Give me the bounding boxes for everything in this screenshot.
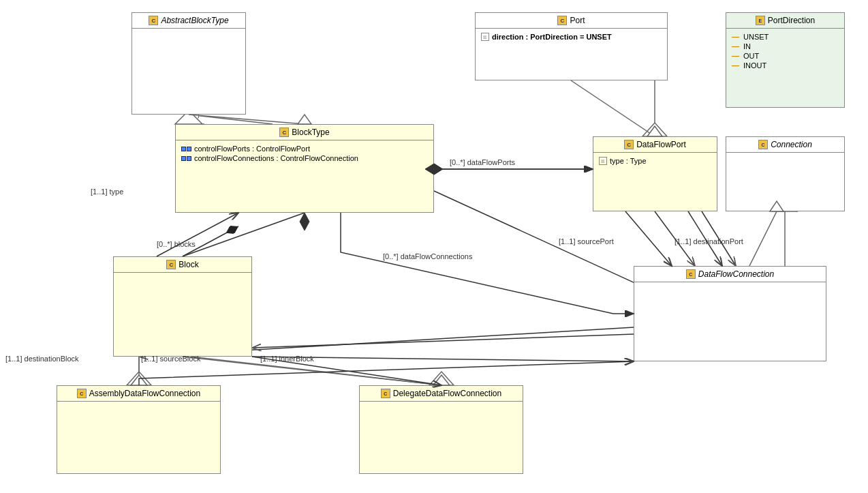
- port-direction-box: E PortDirection — UNSET — IN — OUT — INO…: [726, 12, 845, 108]
- abstract-block-type-header: C AbstractBlockType: [132, 13, 245, 29]
- svg-line-5: [189, 115, 273, 124]
- port-box: C Port ≡ direction : PortDirection = UNS…: [475, 12, 668, 80]
- svg-marker-8: [300, 213, 309, 230]
- abstract-block-type-body: [132, 29, 245, 42]
- label-data-flow-connections: [0..*] dataFlowConnections: [383, 252, 472, 260]
- class-icon-port: C: [557, 16, 567, 25]
- block-type-header: C BlockType: [176, 125, 433, 140]
- block-type-attr-1: controlFlowPorts : ControlFlowPort: [181, 145, 428, 153]
- class-icon-dfp: C: [624, 140, 634, 149]
- svg-marker-14: [642, 123, 667, 136]
- svg-marker-42: [433, 375, 450, 385]
- label-inner-block: [1..1] innerBlock: [260, 355, 314, 363]
- class-icon-conn: C: [758, 140, 768, 149]
- label-destination-block: [1..1] destinationBlock: [5, 355, 79, 363]
- connection-header: C Connection: [726, 137, 844, 153]
- block-box: C Block: [113, 256, 252, 357]
- attr-text-1: controlFlowPorts : ControlFlowPort: [194, 145, 310, 153]
- class-icon-ddfc: C: [381, 389, 390, 398]
- class-icon-adfc: C: [77, 389, 87, 398]
- svg-marker-18: [434, 164, 442, 175]
- svg-line-41: [191, 357, 441, 385]
- data-flow-connection-box: C DataFlowConnection: [634, 266, 826, 361]
- assembly-dfc-header: C AssemblyDataFlowConnection: [57, 386, 220, 402]
- delegate-dfc-box: C DelegateDataFlowConnection: [359, 385, 523, 474]
- port-name: Port: [570, 16, 585, 25]
- svg-marker-40: [131, 375, 147, 385]
- svg-line-43: [157, 213, 238, 256]
- port-body: ≡ direction : PortDirection = UNSET: [476, 29, 667, 45]
- class-icon-block: C: [166, 260, 176, 269]
- label-data-flow-ports: [0..*] dataFlowPorts: [450, 158, 515, 166]
- label-type: [1..1] type: [91, 188, 123, 196]
- port-attr-1: ≡ direction : PortDirection = UNSET: [481, 33, 662, 41]
- assembly-dfc-name: AssemblyDataFlowConnection: [89, 389, 200, 398]
- class-icon: C: [149, 16, 158, 25]
- diagram-container: C AbstractBlockType C BlockType controlF…: [0, 0, 868, 493]
- enum-inout: — INOUT: [732, 61, 839, 70]
- attr-text-2: controlFlowConnections : ControlFlowConn…: [194, 154, 358, 162]
- svg-marker-12: [429, 372, 454, 385]
- svg-line-31: [571, 80, 655, 136]
- block-type-name: BlockType: [292, 128, 329, 137]
- block-type-body: controlFlowPorts : ControlFlowPort contr…: [176, 140, 433, 166]
- enum-unset: — UNSET: [732, 33, 839, 41]
- assembly-dfc-body: [57, 402, 220, 415]
- data-flow-port-box: C DataFlowPort ≡ type : Type: [593, 136, 717, 211]
- svg-line-28: [189, 115, 305, 124]
- enum-in: — IN: [732, 42, 839, 50]
- svg-marker-29: [298, 115, 311, 124]
- delegate-dfc-body: [360, 402, 523, 415]
- label-blocks: [0..*] blocks: [157, 240, 196, 248]
- data-flow-connection-body: [634, 282, 826, 296]
- block-header: C Block: [114, 257, 251, 273]
- data-flow-port-name: DataFlowPort: [636, 140, 686, 149]
- port-attr-text: direction : PortDirection = UNSET: [492, 33, 612, 41]
- class-icon-dfc: C: [686, 269, 696, 279]
- dfp-attr-1: ≡ type : Type: [599, 157, 711, 165]
- connection-name: Connection: [771, 140, 812, 149]
- block-body: [114, 273, 251, 286]
- dfp-attr-text: type : Type: [610, 157, 647, 165]
- label-source-port: [1..1] sourcePort: [559, 237, 614, 245]
- delegate-dfc-name: DelegateDataFlowConnection: [393, 389, 501, 398]
- svg-line-35: [625, 211, 672, 266]
- abstract-block-type-name: AbstractBlockType: [161, 16, 228, 25]
- port-header: C Port: [476, 13, 667, 29]
- port-direction-body: — UNSET — IN — OUT — INOUT: [726, 29, 844, 74]
- data-flow-connection-name: DataFlowConnection: [698, 269, 774, 279]
- data-flow-port-header: C DataFlowPort: [593, 137, 717, 153]
- block-type-box: C BlockType controlFlowPorts : ControlFl…: [175, 124, 434, 213]
- enum-icon-pd: E: [756, 16, 765, 25]
- block-name: Block: [179, 260, 198, 269]
- label-destination-port: [1..1] destinationPort: [675, 237, 743, 245]
- connection-body: [726, 153, 844, 166]
- port-direction-name: PortDirection: [768, 16, 815, 25]
- data-flow-connection-header: C DataFlowConnection: [634, 267, 826, 282]
- data-flow-port-body: ≡ type : Type: [593, 153, 717, 169]
- abstract-block-type-box: C AbstractBlockType: [131, 12, 246, 115]
- block-type-attr-2: controlFlowConnections : ControlFlowConn…: [181, 154, 428, 162]
- svg-line-24: [252, 334, 634, 348]
- port-direction-header: E PortDirection: [726, 13, 844, 29]
- svg-marker-10: [127, 372, 151, 385]
- class-icon-blocktype: C: [279, 128, 289, 137]
- connection-box: C Connection: [726, 136, 845, 211]
- enum-out: — OUT: [732, 52, 839, 60]
- svg-marker-32: [647, 126, 662, 136]
- label-source-block: [1..1] sourceBlock: [141, 355, 200, 363]
- svg-line-7: [183, 213, 305, 256]
- delegate-dfc-header: C DelegateDataFlowConnection: [360, 386, 523, 402]
- svg-line-37: [749, 211, 777, 266]
- assembly-dfc-box: C AssemblyDataFlowConnection: [57, 385, 221, 474]
